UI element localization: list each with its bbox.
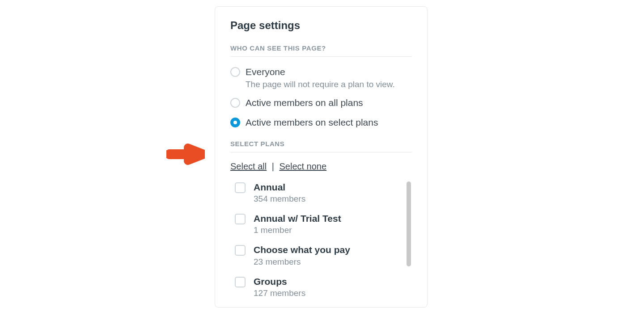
radio-text: Everyone The page will not require a pla… bbox=[246, 66, 412, 89]
radio-text: Active members on all plans bbox=[246, 97, 412, 109]
plan-item: Choose what you pay 23 members bbox=[235, 244, 398, 266]
plan-members: 354 members bbox=[254, 194, 398, 204]
visibility-option-all-plans[interactable]: Active members on all plans bbox=[230, 97, 412, 109]
radio-icon bbox=[230, 98, 240, 108]
visibility-option-everyone[interactable]: Everyone The page will not require a pla… bbox=[230, 66, 412, 89]
visibility-option-select-plans[interactable]: Active members on select plans bbox=[230, 116, 412, 128]
plan-members: 127 members bbox=[254, 288, 398, 298]
plan-checkbox[interactable] bbox=[235, 277, 246, 287]
select-plans-section-label: SELECT PLANS bbox=[230, 140, 412, 152]
plan-item: Annual 354 members bbox=[235, 181, 398, 204]
plan-list: Annual 354 members Annual w/ Trial Test … bbox=[235, 181, 407, 298]
plan-text: Groups 127 members bbox=[254, 276, 398, 298]
radio-icon bbox=[230, 67, 240, 77]
radio-label: Everyone bbox=[246, 66, 412, 78]
radio-icon bbox=[230, 118, 240, 127]
page-settings-panel: Page settings WHO CAN SEE THIS PAGE? Eve… bbox=[215, 6, 428, 308]
select-none-link[interactable]: Select none bbox=[279, 161, 326, 171]
plan-list-container: Annual 354 members Annual w/ Trial Test … bbox=[230, 181, 412, 298]
select-plans-links: Select all | Select none bbox=[230, 161, 412, 172]
plan-item: Groups 127 members bbox=[235, 276, 398, 298]
plan-text: Annual w/ Trial Test 1 member bbox=[254, 213, 398, 235]
plan-members: 1 member bbox=[254, 225, 398, 235]
plan-item: Annual w/ Trial Test 1 member bbox=[235, 213, 398, 235]
plan-checkbox[interactable] bbox=[235, 245, 246, 256]
plan-name: Groups bbox=[254, 276, 398, 287]
separator: | bbox=[267, 161, 279, 171]
plan-name: Annual bbox=[254, 181, 398, 193]
plan-name: Annual w/ Trial Test bbox=[254, 213, 398, 224]
radio-text: Active members on select plans bbox=[246, 116, 412, 128]
visibility-section-label: WHO CAN SEE THIS PAGE? bbox=[230, 44, 412, 57]
radio-sublabel: The page will not require a plan to view… bbox=[246, 80, 412, 89]
plan-text: Annual 354 members bbox=[254, 181, 398, 204]
pointer-arrow-icon bbox=[166, 139, 205, 170]
plan-text: Choose what you pay 23 members bbox=[254, 244, 398, 266]
plan-name: Choose what you pay bbox=[254, 244, 398, 256]
plan-checkbox[interactable] bbox=[235, 182, 246, 193]
select-all-link[interactable]: Select all bbox=[230, 161, 267, 171]
page-title: Page settings bbox=[230, 19, 412, 32]
scrollbar-thumb[interactable] bbox=[407, 181, 411, 266]
visibility-radio-group: Everyone The page will not require a pla… bbox=[230, 66, 412, 128]
svg-rect-0 bbox=[166, 149, 190, 159]
plan-checkbox[interactable] bbox=[235, 214, 246, 224]
radio-label: Active members on select plans bbox=[246, 116, 412, 128]
radio-label: Active members on all plans bbox=[246, 97, 412, 109]
plan-members: 23 members bbox=[254, 257, 398, 267]
